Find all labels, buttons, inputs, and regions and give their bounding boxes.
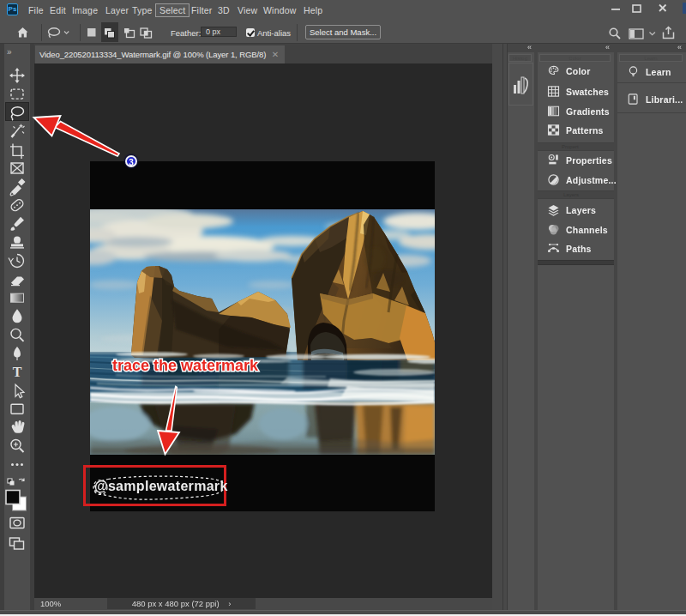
svg-text:T: T: [13, 365, 22, 379]
